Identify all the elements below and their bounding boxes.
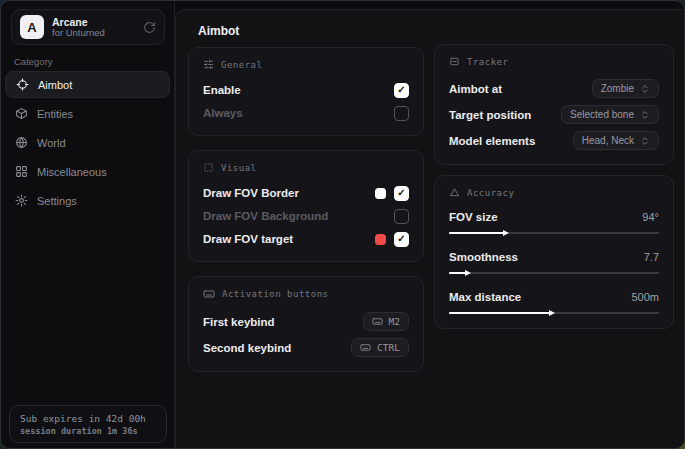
first-keybind-button[interactable]: M2 (363, 312, 409, 331)
sidebar-item-label: Aimbot (38, 79, 72, 91)
scan-icon (449, 56, 460, 67)
subscription-footer: Sub expires in 42d 00h session duration … (9, 405, 167, 443)
setting-row-aimbot-at: Aimbot at Zombie (449, 76, 659, 101)
brand-text: Arcane for Unturned (52, 16, 135, 39)
sidebar-item-settings[interactable]: Settings (5, 187, 170, 214)
grid-icon (15, 165, 28, 178)
triangle-icon (449, 187, 460, 198)
card-title: Visual (221, 163, 257, 173)
fov-background-checkbox[interactable]: ✓ (394, 209, 409, 224)
model-elements-select[interactable]: Head, Neck (573, 131, 659, 150)
activation-card-header: Activation buttons (203, 288, 409, 300)
app-window: A Arcane for Unturned Category Aimbot (0, 0, 685, 449)
category-label: Category (14, 56, 53, 67)
keyboard-icon (203, 288, 215, 300)
card-title: Tracker (467, 57, 508, 67)
setting-label: Second keybind (203, 342, 291, 354)
visual-card-header: Visual (203, 162, 409, 173)
setting-label: FOV size (449, 211, 498, 223)
sidebar: A Arcane for Unturned Category Aimbot (1, 1, 175, 448)
smoothness-group: Smoothness 7.7 (449, 247, 659, 274)
sliders-icon (203, 59, 214, 70)
check-icon: ✓ (397, 85, 405, 95)
left-column: General Enable ✓ Always ✓ (188, 47, 424, 372)
session-duration-text: session duration 1m 36s (20, 426, 156, 436)
visual-card: Visual Draw FOV Border ✓ Draw FOV Backgr… (188, 150, 424, 262)
setting-row-fov-background: Draw FOV Background ✓ (203, 205, 409, 227)
fov-size-group: FOV size 94° (449, 207, 659, 234)
setting-row-fov-border: Draw FOV Border ✓ (203, 182, 409, 204)
sub-expires-text: Sub expires in 42d 00h (20, 413, 156, 424)
target-position-select[interactable]: Selected bone (561, 105, 659, 124)
setting-label: Draw FOV Background (203, 210, 328, 222)
check-icon: ✓ (397, 188, 405, 198)
slider-thumb[interactable] (549, 310, 555, 316)
box-select-icon (203, 162, 214, 173)
setting-row-second-keybind: Second keybind CTRL (203, 335, 409, 360)
slider-thumb[interactable] (503, 230, 509, 236)
main-panel: Aimbot General Enable ✓ Always (175, 9, 685, 449)
color-swatch[interactable] (375, 234, 386, 245)
app-name: Arcane (52, 16, 135, 28)
app-subtitle: for Unturned (52, 28, 135, 39)
max-distance-group: Max distance 500m (449, 287, 659, 314)
setting-label: Always (203, 107, 243, 119)
sidebar-item-label: Settings (37, 195, 77, 207)
refresh-icon[interactable] (143, 21, 156, 34)
slider-fill (449, 232, 504, 234)
card-title: Activation buttons (222, 289, 329, 299)
accuracy-card-header: Accuracy (449, 187, 659, 198)
aimbot-at-select[interactable]: Zombie (592, 79, 659, 98)
setting-label: Model elements (449, 135, 535, 147)
brand-card: A Arcane for Unturned (11, 9, 165, 45)
card-title: Accuracy (467, 188, 514, 198)
general-card: General Enable ✓ Always ✓ (188, 47, 424, 136)
setting-label: Target position (449, 109, 531, 121)
setting-row-first-keybind: First keybind M2 (203, 309, 409, 334)
slider-fill (449, 272, 466, 274)
setting-row-target-position: Target position Selected bone (449, 102, 659, 127)
keybind-value: CTRL (377, 342, 400, 353)
slider-value: 7.7 (644, 251, 659, 263)
sidebar-item-label: Miscellaneous (37, 166, 107, 178)
fov-border-checkbox[interactable]: ✓ (394, 186, 409, 201)
max-distance-slider[interactable] (449, 312, 659, 314)
chevrons-up-down-icon (640, 136, 650, 146)
sidebar-item-aimbot[interactable]: Aimbot (5, 71, 170, 98)
sidebar-item-label: World (37, 137, 66, 149)
crosshair-icon (16, 78, 29, 91)
fov-size-slider[interactable] (449, 232, 659, 234)
sidebar-item-miscellaneous[interactable]: Miscellaneous (5, 158, 170, 185)
slider-thumb[interactable] (465, 270, 471, 276)
sidebar-item-world[interactable]: World (5, 129, 170, 156)
gear-icon (15, 194, 28, 207)
check-icon: ✓ (397, 234, 405, 244)
keybind-value: M2 (389, 316, 400, 327)
keyboard-icon (372, 316, 383, 327)
enable-checkbox[interactable]: ✓ (394, 83, 409, 98)
setting-row-enable: Enable ✓ (203, 79, 409, 101)
app-logo: A (20, 15, 44, 39)
second-keybind-button[interactable]: CTRL (351, 338, 409, 357)
select-value: Zombie (601, 83, 634, 94)
setting-label: Smoothness (449, 251, 518, 263)
setting-label: Aimbot at (449, 83, 502, 95)
setting-label: Draw FOV target (203, 233, 293, 245)
color-swatch[interactable] (375, 188, 386, 199)
chevrons-up-down-icon (640, 84, 650, 94)
fov-target-checkbox[interactable]: ✓ (394, 232, 409, 247)
setting-row-fov-target: Draw FOV target ✓ (203, 228, 409, 250)
setting-row-model-elements: Model elements Head, Neck (449, 128, 659, 153)
activation-card: Activation buttons First keybind M2 Seco… (188, 276, 424, 372)
setting-label: Enable (203, 84, 241, 96)
card-title: General (221, 60, 262, 70)
setting-label: Draw FOV Border (203, 187, 299, 199)
tracker-card: Tracker Aimbot at Zombie Target position… (434, 44, 674, 165)
setting-row-always: Always ✓ (203, 102, 409, 124)
general-card-header: General (203, 59, 409, 70)
always-checkbox[interactable]: ✓ (394, 106, 409, 121)
smoothness-slider[interactable] (449, 272, 659, 274)
accuracy-card: Accuracy FOV size 94° Smoothne (434, 175, 674, 329)
right-column: Tracker Aimbot at Zombie Target position… (434, 44, 674, 329)
sidebar-item-entities[interactable]: Entities (5, 100, 170, 127)
